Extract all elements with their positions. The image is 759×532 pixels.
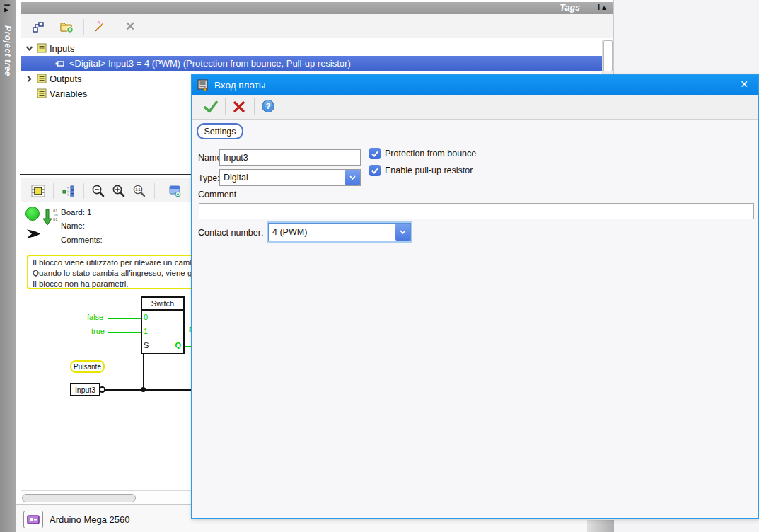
comment-label: Comment [198,190,236,200]
zoom-in-button[interactable] [110,183,127,200]
chevron-right-icon[interactable] [26,75,33,83]
tree-item-input3-selected[interactable]: <Digital> Input3 = 4 (PWM) (Protection f… [21,56,602,71]
ok-check-icon [204,100,218,113]
switch-pin-q: Q [175,341,181,349]
zoom-actual-label: 1:1 [135,187,141,192]
download-pins-icon [42,209,52,227]
dialog-toolbar: ? [192,95,758,120]
dialog-titlebar[interactable]: Вход платы ✕ [192,75,758,95]
dialog-cancel-button[interactable] [231,99,247,115]
tree-item-inputs[interactable]: Inputs [21,41,602,56]
dialog-ok-button[interactable] [203,99,219,115]
checkbox-check-icon [371,168,378,174]
project-tree-side-tab[interactable]: I▲ Project tree [0,0,16,532]
dialog-close-button[interactable]: ✕ [740,79,748,90]
resize-grip[interactable] [587,520,614,532]
folder-list-icon [37,74,47,83]
type-dropdown[interactable]: Digital [219,169,361,186]
false-constant-label[interactable]: false [87,313,103,321]
scheme-tree-button[interactable] [61,183,76,199]
contact-number-value: 4 (PWM) [269,227,395,237]
dialog-help-button[interactable]: ? [260,98,276,114]
board-block-button[interactable] [30,183,46,199]
type-dropdown-value: Digital [220,173,345,183]
tags-panel-title: Tags [560,3,580,13]
tab-settings[interactable]: Settings [197,123,243,139]
wire-junction-dot [141,387,146,392]
wire-true [108,332,141,333]
pin-digits: 01 10 01 [53,209,58,221]
protection-from-bounce-label: Protection from bounce [385,149,476,158]
chevron-down-icon[interactable] [25,45,33,52]
zoom-actual-icon: 1:1 [132,184,146,198]
switch-pin-s: S [144,341,149,349]
zoom-actual-button[interactable]: 1:1 [131,183,148,200]
toolbar-separator [254,98,255,115]
chevron-down-icon[interactable] [395,224,410,241]
help-icon: ? [261,99,275,113]
tree-item-label: <Digital> Input3 = 4 (PWM) (Protection f… [69,58,351,69]
tree-item-label: Inputs [50,43,74,54]
pencil-icon [93,21,106,34]
board-chip-icon [27,515,40,524]
controller-name: Arduino Mega 2560 [50,514,129,525]
toolbar-separator [154,183,155,199]
board-pin-icon [55,61,64,66]
switch-pin-0: 0 [144,313,148,321]
scheme-tree-icon [62,185,76,198]
tree-view-button[interactable] [31,20,45,34]
toolbar-separator [115,19,115,35]
board-number-label: Board: 1 [61,208,91,216]
dialog-title: Вход платы [214,80,266,91]
show-panel-button[interactable] [167,183,182,199]
toolbar-separator [53,183,54,199]
run-arrow-icon[interactable] [25,229,41,239]
board-input-dialog: Вход платы ✕ ? Settings Name: [191,74,759,519]
tree-view-icon [33,21,45,33]
toolbar-separator [52,19,52,35]
input3-block[interactable]: Input3 [70,383,100,396]
zoom-out-button[interactable] [90,183,107,200]
name-input[interactable] [219,149,361,166]
edit-button[interactable] [91,19,107,35]
pull-up-resistor-checkbox[interactable] [369,165,381,176]
true-constant-label[interactable]: true [91,327,105,335]
input3-output-connector[interactable] [99,386,105,393]
folder-list-icon [37,88,47,98]
chevron-down-icon[interactable] [345,170,360,185]
tree-item-label: Variables [50,88,87,99]
delete-button[interactable]: ✕ [122,18,138,34]
switch-block[interactable]: Switch 0 1 S Q [141,296,185,354]
pulsante-label[interactable]: Pulsante [70,360,105,373]
add-folder-icon [60,21,74,33]
add-folder-button[interactable] [59,19,74,35]
expand-pin-icon[interactable]: I▲ [1,4,14,15]
zoom-in-icon [112,184,126,198]
checkbox-check-icon [371,151,378,157]
protection-from-bounce-checkbox[interactable] [369,148,381,159]
collapse-pin-icon[interactable]: I▲ [598,4,608,11]
toolbar-separator [83,183,84,199]
board-select-button[interactable] [23,511,43,528]
folder-list-icon [37,43,47,53]
tree-toolbar: ✕ [21,14,613,38]
tree-item-label: Outputs [50,74,82,84]
zoom-out-icon [91,184,105,198]
dialog-board-input-icon [197,79,209,91]
toolbar-separator [83,19,84,35]
switch-pin-1: 1 [144,327,148,335]
cancel-x-icon [233,100,245,113]
board-status-led [25,207,40,221]
type-label: Type: [198,173,220,183]
project-tree-tab-label: Project tree [3,25,13,76]
toolbar-separator [225,98,226,115]
tags-panel-header: Tags I▲ [21,2,613,14]
canvas-hscrollbar-thumb[interactable] [22,494,136,502]
tree-scrollbar-thumb[interactable] [603,40,613,71]
help-glyph: ? [266,102,271,110]
pull-up-resistor-label: Enable pull-up resistor [385,166,473,175]
contact-number-dropdown[interactable]: 4 (PWM) [268,223,411,241]
delete-x-icon: ✕ [125,19,135,34]
switch-block-title: Switch [142,298,183,311]
comment-input[interactable] [199,203,754,219]
